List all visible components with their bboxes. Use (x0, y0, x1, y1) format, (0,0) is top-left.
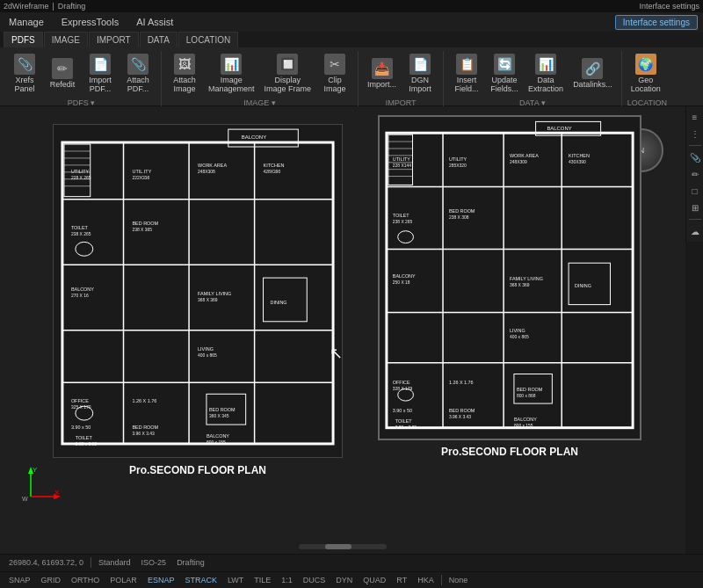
svg-text:238 X 308: 238 X 308 (449, 215, 469, 220)
separator: | (53, 2, 54, 11)
canvas-area[interactable]: N BALCONY UTILITY (0, 106, 685, 554)
svg-text:FAMILY LIVING: FAMILY LIVING (510, 276, 543, 281)
tab-data[interactable]: DATA (140, 32, 178, 47)
snap-toggle[interactable]: SNAP (5, 575, 34, 585)
svg-text:400 x 865: 400 x 865 (198, 353, 217, 358)
svg-text:360 X 345: 360 X 345 (209, 414, 229, 418)
quad-toggle[interactable]: QUAD (359, 575, 389, 585)
update-fields-btn[interactable]: 🔄 UpdateFields... (487, 51, 522, 97)
status-div-2 (441, 575, 442, 585)
attach-image-icon: 🖼 (174, 54, 195, 75)
svg-text:400 x 865: 400 x 865 (510, 335, 529, 339)
wcs-indicator: Y X W (18, 461, 62, 505)
horizontal-scrollbar[interactable] (299, 544, 387, 549)
rt-toggle[interactable]: RT (393, 575, 410, 585)
svg-text:DINING: DINING (575, 283, 591, 288)
interface-settings-link[interactable]: Interface settings (639, 2, 699, 11)
svg-text:TOILET: TOILET (71, 225, 89, 230)
scroll-thumb[interactable] (325, 544, 352, 549)
manage-menu[interactable]: Manage (5, 15, 47, 29)
svg-text:368 X 369: 368 X 369 (198, 298, 218, 302)
geo-location-btn[interactable]: 🌍 GeoLocation (627, 51, 664, 97)
clip-image-btn[interactable]: ✂ ClipImage (317, 51, 352, 97)
pdfs-buttons: 📎 XrefsPanel ✏ Refedit 📄 ImportPDF... 📎 … (7, 51, 156, 97)
esnap-toggle[interactable]: ESNAP (144, 575, 178, 585)
drawing-mode-display: Drafting (173, 557, 208, 568)
svg-text:222X336: 222X336 (132, 176, 149, 180)
strack-toggle[interactable]: STRACK (181, 575, 221, 585)
dgn-import-btn[interactable]: 📄 DGNImport (402, 51, 438, 97)
location-buttons: 🌍 GeoLocation (627, 51, 667, 97)
xrefs-panel-btn[interactable]: 📎 XrefsPanel (7, 51, 42, 97)
tab-location[interactable]: LOCATION (178, 32, 238, 47)
svg-text:BALCONY: BALCONY (207, 433, 229, 439)
display-image-frame-btn[interactable]: 🔲 DisplayImage Frame (261, 51, 315, 97)
tab-pdfs[interactable]: PDFS (4, 32, 43, 47)
svg-text:FAMILY LIVING: FAMILY LIVING (198, 291, 231, 296)
svg-text:2.80 x 2.82: 2.80 x 2.82 (395, 425, 417, 430)
svg-text:UTILITY: UTILITY (393, 156, 411, 162)
status-bottom-row: SNAP GRID ORTHO POLAR ESNAP STRACK LWT T… (0, 572, 703, 589)
cloud-btn[interactable]: ☁ (688, 224, 702, 238)
svg-text:BED ROOM: BED ROOM (209, 407, 236, 412)
hka-toggle[interactable]: HKA (414, 575, 438, 585)
svg-text:BED ROOM: BED ROOM (132, 425, 158, 430)
grid-btn[interactable]: ⊞ (688, 200, 702, 214)
ai-assist-menu[interactable]: AI Assist (133, 15, 177, 29)
dyn-toggle[interactable]: DYN (332, 575, 356, 585)
datalinks-btn[interactable]: 🔗 Datalinks... (569, 55, 616, 92)
lwt-toggle[interactable]: LWT (224, 575, 247, 585)
svg-text:Y: Y (33, 466, 38, 474)
display-image-frame-label: DisplayImage Frame (265, 76, 312, 94)
title-bar: Manage ExpressTools AI Assist Interface … (0, 12, 703, 32)
panel-settings-btn[interactable]: ≡ (688, 110, 702, 124)
attach-pdf-btn[interactable]: 📎 AttachPDF... (120, 51, 156, 97)
insert-field-btn[interactable]: 📋 InsertField... (449, 51, 484, 97)
svg-text:BALCONY: BALCONY (547, 126, 571, 131)
tab-import[interactable]: IMPORT (89, 32, 139, 47)
data-extraction-btn[interactable]: 📊 DataExtraction (525, 51, 567, 97)
toolbar-divider-1 (689, 145, 701, 146)
svg-text:UTILITY: UTILITY (71, 169, 90, 174)
attach-image-btn[interactable]: 🖼 AttachImage (167, 51, 202, 97)
svg-text:3.90 x 50: 3.90 x 50 (393, 408, 412, 413)
svg-text:2.80 x 2.82: 2.80 x 2.82 (76, 442, 98, 446)
svg-text:X: X (54, 489, 60, 497)
tab-image[interactable]: IMAGE (44, 32, 88, 47)
svg-text:3.90 x 50: 3.90 x 50 (71, 425, 91, 430)
image-management-icon: 📊 (221, 54, 242, 75)
svg-text:BALCONY: BALCONY (242, 134, 266, 140)
box-btn[interactable]: □ (688, 184, 702, 198)
svg-text:800 x 868: 800 x 868 (517, 394, 536, 398)
ribbon-content: 📎 XrefsPanel ✏ Refedit 📄 ImportPDF... 📎 … (0, 47, 703, 108)
refedit-btn[interactable]: ✏ Refedit (45, 55, 80, 92)
ribbon-group-import: 📥 Import... 📄 DGNImport IMPORT (360, 51, 444, 108)
canvas-background: N BALCONY UTILITY (0, 106, 685, 554)
image-management-btn[interactable]: 📊 ImageManagement (205, 51, 258, 97)
import-pdf-btn[interactable]: 📄 ImportPDF... (83, 51, 118, 97)
svg-text:325 X 170: 325 X 170 (71, 405, 91, 410)
grid-toggle[interactable]: GRID (38, 575, 65, 585)
expresstools-menu[interactable]: ExpressTools (58, 15, 122, 29)
ribbon-group-pdfs: 📎 XrefsPanel ✏ Refedit 📄 ImportPDF... 📎 … (4, 51, 162, 108)
interface-settings-button[interactable]: Interface settings (615, 15, 698, 30)
import-btn[interactable]: 📥 Import... (364, 55, 400, 92)
data-extraction-icon: 📊 (535, 54, 556, 75)
svg-text:KITCHEN: KITCHEN (264, 163, 285, 168)
profile-display: ISO-25 (138, 557, 170, 568)
svg-text:1.26 X 1.76: 1.26 X 1.76 (449, 380, 474, 385)
polar-toggle[interactable]: POLAR (106, 575, 141, 585)
draw-btn[interactable]: ✏ (688, 167, 702, 181)
ortho-toggle[interactable]: ORTHO (68, 575, 103, 585)
attach-pdf-label: AttachPDF... (127, 76, 149, 94)
ducs-toggle[interactable]: DUCS (300, 575, 330, 585)
attach-btn[interactable]: 📎 (688, 150, 702, 164)
tile-toggle[interactable]: TILE (250, 575, 274, 585)
svg-text:BED ROOM: BED ROOM (449, 408, 475, 413)
more-options-btn[interactable]: ⋮ (688, 127, 702, 141)
scale-toggle[interactable]: 1:1 (278, 575, 296, 585)
svg-text:BALCONY: BALCONY (393, 273, 416, 279)
coordinates-display: 26980.4, 61693.72, 0 (5, 557, 87, 568)
ribbon-group-data: 📋 InsertField... 🔄 UpdateFields... 📊 Dat… (446, 51, 622, 108)
import-pdf-label: ImportPDF... (89, 76, 112, 94)
